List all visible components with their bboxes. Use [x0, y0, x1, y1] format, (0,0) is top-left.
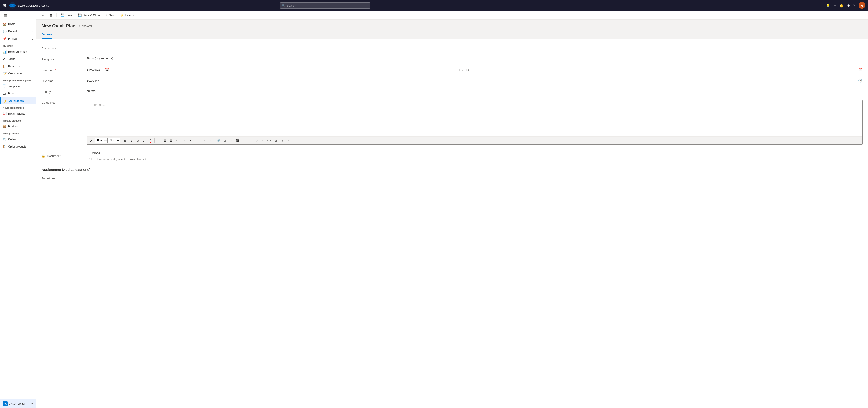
assign-to-value[interactable]: Team (any member) — [87, 57, 863, 60]
sidebar-item-retail-summary[interactable]: 📊 Retail summary — [0, 48, 36, 55]
my-work-section-label: My work — [0, 42, 36, 48]
sidebar-item-products[interactable]: 📦 Products — [0, 123, 36, 130]
sidebar-item-requests[interactable]: 📋 Requests — [0, 63, 36, 70]
save-close-icon: 💾 — [78, 13, 82, 17]
due-time-label: Due time — [41, 78, 87, 83]
sidebar-item-templates[interactable]: 📄 Templates — [0, 83, 36, 90]
bullet-list-button[interactable]: ☰ — [162, 138, 168, 143]
help-icon[interactable]: ? — [853, 3, 855, 7]
manage-orders-section-label: Manage orders — [0, 130, 36, 136]
order-products-icon: 📋 — [3, 145, 6, 148]
font-color-button[interactable]: A — [148, 138, 153, 143]
editor-divider-2 — [154, 138, 155, 143]
new-label: New — [109, 13, 115, 17]
new-button[interactable]: + New — [103, 12, 117, 18]
main-layout: ☰ 🏠 Home 🕐 Recent ∨ 📌 Pinned ∨ My work 📊… — [0, 11, 868, 408]
search-bar: 🔍 — [280, 2, 370, 9]
sidebar-item-action-center[interactable]: AC Action center ✦ — [0, 399, 36, 408]
upload-hint: ⓘ To upload documents, save the quick pl… — [87, 157, 863, 161]
sidebar-item-recent[interactable]: 🕐 Recent ∨ — [0, 28, 36, 35]
priority-label: Priority — [41, 89, 87, 94]
due-time-text[interactable]: 10:00 PM — [87, 79, 99, 82]
italic-button[interactable]: I — [129, 138, 134, 143]
arrow-button[interactable]: → — [228, 138, 234, 143]
editor-help-button[interactable]: ? — [285, 138, 291, 143]
tab-general[interactable]: General — [41, 31, 53, 39]
left-bracket-button[interactable]: [ — [241, 138, 247, 143]
search-input[interactable] — [280, 2, 370, 9]
blockquote-button[interactable]: ❝ — [187, 138, 193, 143]
add-icon[interactable]: + — [833, 3, 836, 8]
indent-button[interactable]: ⇥ — [181, 138, 187, 143]
lightbulb-icon[interactable]: 💡 — [826, 3, 830, 8]
sidebar-item-plans[interactable]: 🗂 Plans — [0, 90, 36, 97]
code-button[interactable]: </> — [266, 138, 272, 143]
end-date-calendar-icon[interactable]: 📅 — [858, 68, 863, 72]
sidebar-item-tasks[interactable]: ✓ Tasks — [0, 55, 36, 63]
plan-name-label: Plan name * — [41, 46, 87, 50]
size-select[interactable]: Size — [108, 138, 120, 143]
unlink-button[interactable]: ⊘ — [222, 138, 228, 143]
start-date-calendar-icon[interactable]: 📅 — [105, 68, 109, 72]
toolbar-divider-1 — [56, 13, 57, 18]
save-button[interactable]: 💾 Save — [58, 12, 74, 18]
right-bracket-button[interactable]: ] — [247, 138, 253, 143]
editor-format-icon[interactable]: 🖊 — [89, 138, 95, 143]
assign-to-label: Assign to — [41, 57, 87, 61]
tab-bar: General — [36, 31, 868, 39]
align-right-button[interactable]: ⫠ — [208, 138, 214, 143]
bold-button[interactable]: B — [122, 138, 128, 143]
sidebar-item-order-products[interactable]: 📋 Order products — [0, 143, 36, 150]
manage-products-section-label: Manage products — [0, 117, 36, 123]
align-center-button[interactable]: ⫠ — [202, 138, 207, 143]
guidelines-editor[interactable]: Enter text... — [87, 100, 862, 136]
sidebar-orders-label: Orders — [8, 138, 17, 141]
align-left-button[interactable]: ≡ — [156, 138, 161, 143]
save-label: Save — [66, 13, 72, 17]
plans-icon: 🗂 — [3, 92, 6, 95]
priority-value[interactable]: Normal — [87, 89, 863, 93]
table-button[interactable]: ⊞ — [273, 138, 278, 143]
sidebar-item-orders[interactable]: 🛒 Orders — [0, 136, 36, 143]
plan-name-value[interactable]: --- — [87, 46, 863, 49]
image-button[interactable]: 🖼 — [235, 138, 241, 143]
page-title-row: New Quick Plan - Unsaved — [41, 23, 863, 29]
info-icon: ⓘ — [87, 157, 90, 161]
sidebar-hamburger[interactable]: ☰ — [0, 11, 36, 21]
number-list-button[interactable]: ☰ — [168, 138, 174, 143]
sidebar-item-home[interactable]: 🏠 Home — [0, 21, 36, 28]
align-left2-button[interactable]: ⫠ — [195, 138, 201, 143]
back-button[interactable]: ← — [39, 12, 46, 18]
highlight-button[interactable]: 🖍 — [141, 138, 147, 143]
bell-icon[interactable]: 🔔 — [839, 3, 844, 8]
settings-icon[interactable]: ⚙ — [847, 3, 850, 8]
sidebar-item-retail-insights[interactable]: 📈 Retail insights — [0, 110, 36, 117]
nav-icons: 💡 + 🔔 ⚙ ? R — [826, 2, 865, 9]
user-avatar[interactable]: R — [859, 2, 865, 9]
end-date-text[interactable]: --- — [495, 68, 498, 71]
sidebar-item-quick-notes[interactable]: 📝 Quick notes — [0, 70, 36, 77]
target-group-value[interactable]: --- — [87, 176, 863, 179]
retail-insights-icon: 📈 — [3, 112, 6, 115]
sidebar-item-quick-plans[interactable]: ⚡ Quick plans — [0, 97, 36, 104]
start-date-text[interactable]: 14/Aug/23 — [87, 68, 100, 71]
flow-button[interactable]: ⚡ Flow ∨ — [118, 12, 136, 18]
end-date-label: End date * — [454, 68, 495, 72]
app-grid-icon[interactable]: ⊞ — [3, 3, 6, 8]
logo-area: Store Operations Assist — [8, 1, 49, 9]
new-icon: + — [106, 13, 107, 17]
sidebar-action-center-label: Action center — [9, 402, 25, 405]
restore-button[interactable]: ⬒ — [47, 12, 55, 18]
editor-settings-button[interactable]: ⚙ — [279, 138, 285, 143]
redo-button[interactable]: ↻ — [260, 138, 266, 143]
dedent-button[interactable]: ⇤ — [175, 138, 180, 143]
underline-button[interactable]: U — [135, 138, 141, 143]
upload-button[interactable]: Upload — [87, 150, 104, 156]
font-select[interactable]: Font — [95, 138, 107, 143]
save-close-button[interactable]: 💾 Save & Close — [75, 12, 103, 18]
link-button[interactable]: 🔗 — [216, 138, 221, 143]
undo-button[interactable]: ↺ — [254, 138, 259, 143]
clock-icon[interactable]: 🕙 — [858, 78, 863, 83]
sidebar-item-pinned[interactable]: 📌 Pinned ∨ — [0, 35, 36, 42]
contoso-logo — [8, 1, 17, 9]
